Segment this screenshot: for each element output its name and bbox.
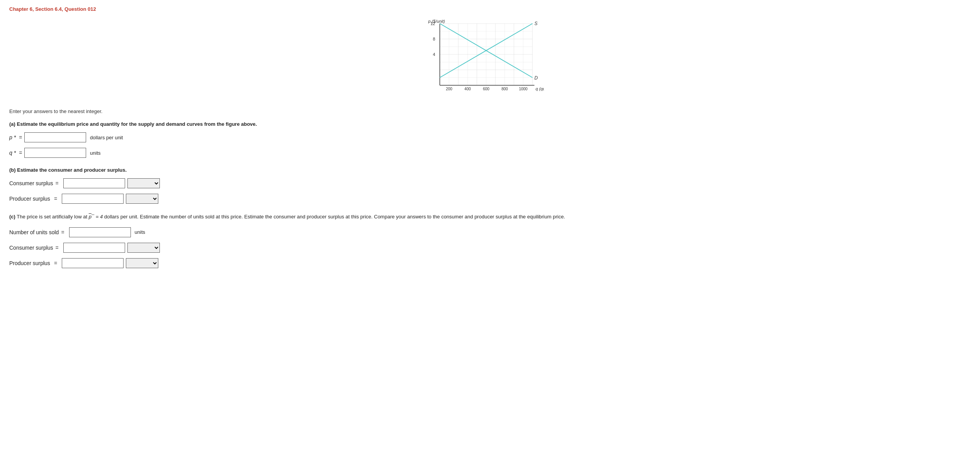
- consumer-surplus-b-dropdown[interactable]: billion million thousand: [127, 178, 160, 188]
- chapter-title: Chapter 6, Section 6.4, Question 012: [9, 6, 971, 12]
- units-sold-row: Number of units sold = units: [9, 227, 971, 237]
- part-c-section: (c) The price is set artificially low at…: [9, 213, 971, 268]
- q-star-row: q * = units: [9, 148, 971, 158]
- part-b-section: (b) Estimate the consumer and producer s…: [9, 167, 971, 204]
- producer-surplus-c-equals: =: [54, 260, 57, 266]
- x-tick-200: 200: [446, 87, 453, 91]
- producer-surplus-c-input[interactable]: [62, 258, 124, 268]
- producer-surplus-b-row: Producer surplus = billion million thous…: [9, 194, 971, 204]
- y-tick-12: 12: [431, 21, 435, 26]
- units-sold-unit: units: [135, 229, 145, 235]
- part-c-text-before: The price is set artificially low at: [17, 214, 88, 220]
- p-star-row: p * = dollars per unit: [9, 132, 971, 142]
- producer-surplus-c-dropdown[interactable]: billion million thousand: [126, 258, 158, 268]
- consumer-surplus-c-input[interactable]: [63, 243, 125, 253]
- producer-surplus-c-label: Producer surplus: [9, 260, 52, 266]
- consumer-surplus-c-equals: =: [56, 245, 59, 251]
- p-star-unit: dollars per unit: [90, 135, 123, 140]
- graph-container: S D p ($/unit) 12 8 4 200 400 600 800 10…: [9, 20, 971, 97]
- part-c-math: p¯ = 4: [89, 214, 103, 220]
- q-star-label: q * =: [9, 150, 22, 156]
- y-tick-8: 8: [433, 37, 435, 41]
- consumer-surplus-b-input[interactable]: [63, 178, 125, 188]
- consumer-surplus-c-dropdown[interactable]: billion million thousand: [127, 243, 160, 253]
- x-tick-800: 800: [502, 87, 508, 91]
- x-tick-1000: 1000: [519, 87, 528, 91]
- x-tick-600: 600: [483, 87, 490, 91]
- consumer-surplus-b-row: Consumer surplus = billion million thous…: [9, 178, 971, 188]
- units-sold-equals: =: [61, 229, 64, 235]
- producer-surplus-b-dropdown[interactable]: billion million thousand: [126, 194, 158, 204]
- p-star-input[interactable]: [24, 132, 86, 142]
- supply-demand-graph: S D p ($/unit) 12 8 4 200 400 600 800 10…: [428, 20, 544, 97]
- part-b-label: (b) Estimate the consumer and producer s…: [9, 167, 971, 173]
- consumer-surplus-c-label: Consumer surplus: [9, 245, 53, 251]
- graph-area: S D p ($/unit) 12 8 4 200 400 600 800 10…: [428, 20, 552, 97]
- q-star-input[interactable]: [24, 148, 86, 158]
- units-sold-input[interactable]: [69, 227, 131, 237]
- consumer-surplus-b-label: Consumer surplus: [9, 180, 53, 186]
- consumer-surplus-c-row: Consumer surplus = billion million thous…: [9, 243, 971, 253]
- part-a-section: (a) Estimate the equilibrium price and q…: [9, 121, 971, 158]
- p-star-label: p * =: [9, 134, 22, 140]
- part-a-label: (a) Estimate the equilibrium price and q…: [9, 121, 971, 127]
- x-tick-400: 400: [465, 87, 471, 91]
- producer-surplus-c-row: Producer surplus = billion million thous…: [9, 258, 971, 268]
- producer-surplus-b-label: Producer surplus: [9, 196, 52, 202]
- instructions-text: Enter your answers to the nearest intege…: [9, 108, 971, 114]
- part-c-label: (c): [9, 214, 15, 220]
- producer-surplus-b-equals: =: [54, 196, 57, 202]
- part-c-text: (c) The price is set artificially low at…: [9, 213, 971, 221]
- q-star-unit: units: [90, 150, 100, 156]
- y-tick-4: 4: [433, 52, 435, 57]
- consumer-surplus-b-equals: =: [56, 180, 59, 186]
- demand-label: D: [534, 75, 538, 81]
- supply-label: S: [534, 21, 537, 26]
- part-c-text-after: dollars per unit. Estimate the number of…: [104, 214, 565, 220]
- producer-surplus-b-input[interactable]: [62, 194, 124, 204]
- x-axis-label: q (quantity): [536, 86, 544, 91]
- units-sold-label: Number of units sold: [9, 229, 59, 235]
